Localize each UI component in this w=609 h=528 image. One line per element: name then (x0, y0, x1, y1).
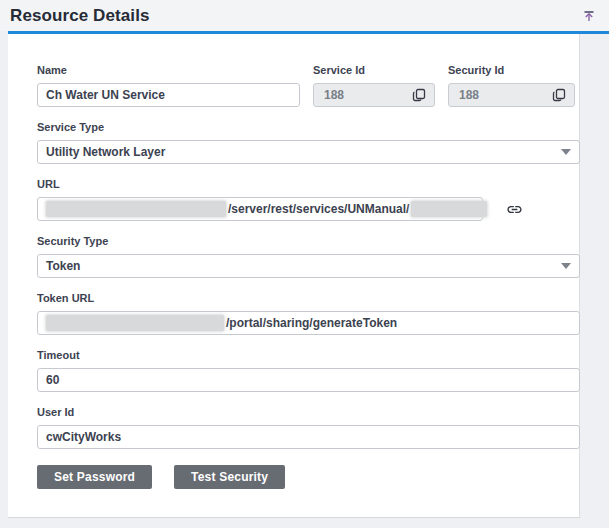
copy-icon (552, 88, 566, 102)
security-type-label: Security Type (37, 235, 580, 247)
token-url-label: Token URL (37, 292, 580, 304)
redacted-text (411, 201, 487, 217)
timeout-field: Timeout (37, 349, 580, 392)
timeout-label: Timeout (37, 349, 580, 361)
security-type-dropdown[interactable]: Token (37, 254, 580, 278)
form-card: Name Service Id 188 (8, 34, 580, 518)
panel-header: Resource Details (0, 0, 609, 31)
timeout-input[interactable] (37, 368, 580, 392)
url-field: URL /server/rest/services/UNManual/ (37, 178, 580, 221)
token-url-visible-text: /portal/sharing/generateToken (226, 316, 397, 330)
name-field: Name (37, 64, 300, 107)
token-url-field: Token URL /portal/sharing/generateToken (37, 292, 580, 335)
url-visible-text: /server/rest/services/UNManual/ (228, 202, 409, 216)
service-id-value-box: 188 (313, 83, 435, 107)
page-title: Resource Details (10, 6, 150, 26)
user-id-label: User Id (37, 406, 580, 418)
test-security-button[interactable]: Test Security (174, 465, 285, 489)
collapse-up-button[interactable] (580, 7, 598, 25)
service-id-field: Service Id 188 (313, 64, 435, 107)
service-type-label: Service Type (37, 121, 580, 133)
url-input[interactable]: /server/rest/services/UNManual/ (37, 197, 483, 221)
security-id-label: Security Id (448, 64, 575, 76)
service-id-label: Service Id (313, 64, 435, 76)
security-id-copy-button[interactable] (551, 87, 567, 103)
service-id-copy-button[interactable] (411, 87, 427, 103)
chevron-down-icon (561, 263, 571, 269)
service-type-dropdown[interactable]: Utility Network Layer (37, 140, 580, 164)
redacted-text (46, 315, 224, 331)
action-buttons: Set Password Test Security (37, 465, 579, 489)
service-type-field: Service Type Utility Network Layer (37, 121, 580, 164)
service-type-value: Utility Network Layer (46, 145, 165, 159)
chevron-down-icon (561, 149, 571, 155)
security-id-value: 188 (459, 88, 479, 102)
security-type-field: Security Type Token (37, 235, 580, 278)
name-input[interactable] (37, 83, 300, 107)
name-label: Name (37, 64, 300, 76)
copy-icon (412, 88, 426, 102)
collapse-up-icon (582, 9, 596, 23)
security-id-field: Security Id 188 (448, 64, 575, 107)
resource-details-panel: Resource Details Name Service Id 188 (0, 0, 609, 528)
user-id-field: User Id (37, 406, 580, 449)
security-id-value-box: 188 (448, 83, 575, 107)
token-url-input[interactable]: /portal/sharing/generateToken (37, 311, 580, 335)
url-label: URL (37, 178, 580, 190)
service-id-value: 188 (324, 88, 344, 102)
security-type-value: Token (46, 259, 80, 273)
user-id-input[interactable] (37, 425, 580, 449)
redacted-text (46, 201, 226, 217)
url-row: /server/rest/services/UNManual/ (37, 197, 580, 221)
id-row: Name Service Id 188 (37, 64, 580, 121)
set-password-button[interactable]: Set Password (37, 465, 152, 489)
open-url-button[interactable] (505, 200, 523, 218)
link-icon (506, 201, 523, 218)
